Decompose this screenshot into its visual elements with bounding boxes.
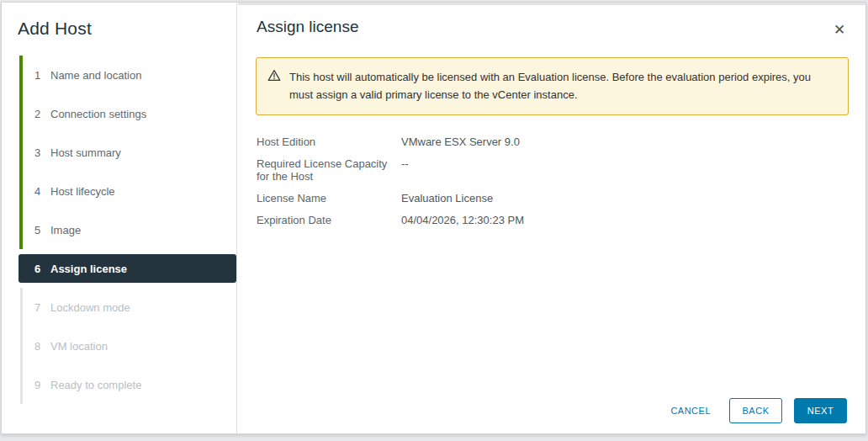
step-label: Ready to complete <box>50 379 141 391</box>
page-title: Assign license <box>257 18 865 36</box>
step-lockdown-mode: 7 Lockdown mode <box>2 288 236 327</box>
step-label: Connection settings <box>50 108 146 120</box>
step-host-lifecycle[interactable]: 4 Host lifecycle <box>2 172 236 210</box>
evaluation-license-warning-banner: This host will automatically be licensed… <box>256 57 849 115</box>
detail-label: Host Edition <box>257 135 393 148</box>
warning-banner-text: This host will automatically be licensed… <box>289 68 834 104</box>
assign-license-panel: Assign license ✕ This host will automati… <box>238 3 865 433</box>
step-name-and-location[interactable]: 1 Name and location <box>2 56 236 94</box>
wizard-footer: CANCEL BACK NEXT <box>660 398 847 423</box>
detail-label: Required License Capacity for the Host <box>257 157 393 183</box>
wizard-steps: 1 Name and location 2 Connection setting… <box>2 56 236 404</box>
step-number: 6 <box>34 263 50 275</box>
step-progress-bar <box>20 365 23 404</box>
step-label: Image <box>50 224 81 236</box>
detail-row-license-name: License Name Evaluation License <box>257 192 865 205</box>
step-label: Host lifecycle <box>50 185 115 198</box>
step-ready-to-complete: 9 Ready to complete <box>2 365 236 404</box>
back-button[interactable]: BACK <box>729 398 782 423</box>
step-number: 4 <box>34 185 50 198</box>
step-number: 7 <box>34 301 50 314</box>
detail-row-host-edition: Host Edition VMware ESX Server 9.0 <box>257 135 865 148</box>
step-progress-bar <box>19 94 23 133</box>
step-number: 8 <box>34 340 50 353</box>
step-label: Lockdown mode <box>50 301 130 314</box>
step-vm-location: 8 VM location <box>2 327 236 365</box>
step-number: 3 <box>34 146 50 159</box>
wizard-title: Add Host <box>18 19 236 39</box>
step-assign-license-current[interactable]: 6 Assign license <box>2 249 236 288</box>
step-progress-bar <box>20 288 23 327</box>
warning-triangle-icon <box>267 69 281 85</box>
step-progress-bar <box>19 172 23 210</box>
step-label: Host summary <box>50 146 121 159</box>
step-label: Assign license <box>50 263 127 275</box>
detail-value: 04/04/2026, 12:30:23 PM <box>393 214 524 226</box>
step-progress-bar <box>19 133 23 172</box>
detail-row-expiration-date: Expiration Date 04/04/2026, 12:30:23 PM <box>257 214 865 226</box>
next-button[interactable]: NEXT <box>794 398 847 423</box>
step-image[interactable]: 5 Image <box>2 210 236 249</box>
active-step-highlight: 6 Assign license <box>19 254 236 283</box>
step-label: VM location <box>50 340 108 353</box>
step-connection-settings[interactable]: 2 Connection settings <box>2 94 236 133</box>
detail-row-required-capacity: Required License Capacity for the Host -… <box>257 157 865 183</box>
step-number: 1 <box>34 69 50 82</box>
add-host-dialog: Add Host 1 Name and location 2 Connectio… <box>1 2 866 434</box>
detail-label: Expiration Date <box>257 214 393 226</box>
wizard-sidebar: Add Host 1 Name and location 2 Connectio… <box>2 3 237 433</box>
cancel-button[interactable]: CANCEL <box>660 398 721 423</box>
license-details: Host Edition VMware ESX Server 9.0 Requi… <box>257 135 865 226</box>
step-progress-bar <box>20 327 23 365</box>
close-icon[interactable]: ✕ <box>831 22 848 39</box>
detail-value: -- <box>393 157 409 183</box>
detail-label: License Name <box>257 192 393 205</box>
step-host-summary[interactable]: 3 Host summary <box>2 133 236 172</box>
step-progress-bar <box>19 210 23 249</box>
detail-value: Evaluation License <box>393 192 493 205</box>
detail-value: VMware ESX Server 9.0 <box>393 135 520 148</box>
step-number: 9 <box>34 379 50 391</box>
step-number: 2 <box>34 108 50 120</box>
step-label: Name and location <box>50 69 141 82</box>
step-progress-bar <box>19 56 23 94</box>
panel-top-strip <box>238 3 865 5</box>
step-number: 5 <box>34 224 50 236</box>
